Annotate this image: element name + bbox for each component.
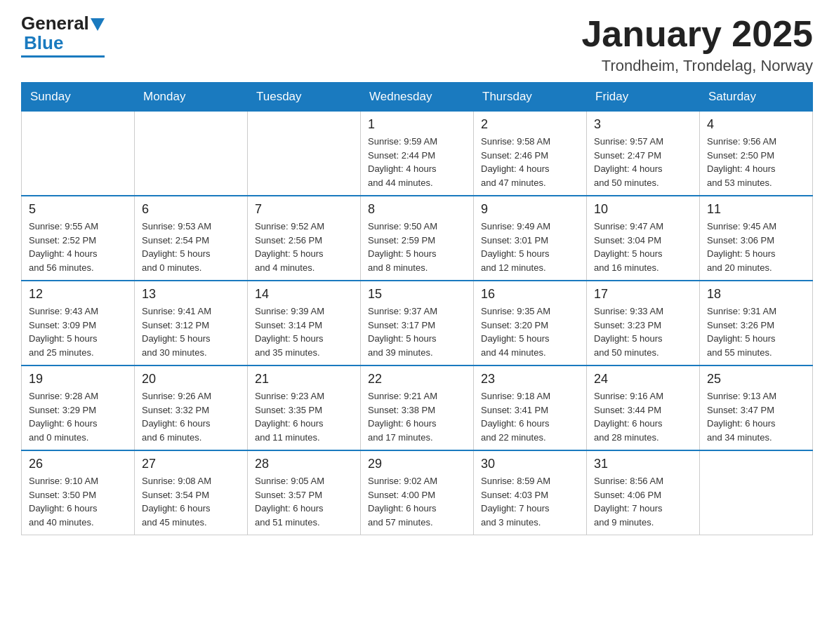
calendar-day-cell: 31Sunrise: 8:56 AMSunset: 4:06 PMDayligh… xyxy=(587,450,700,535)
calendar-day-cell: 25Sunrise: 9:13 AMSunset: 3:47 PMDayligh… xyxy=(700,365,813,450)
weekday-header-row: SundayMondayTuesdayWednesdayThursdayFrid… xyxy=(22,83,813,112)
day-info: Sunrise: 9:50 AMSunset: 2:59 PMDaylight:… xyxy=(368,220,466,274)
day-number: 31 xyxy=(594,457,692,471)
calendar-week-row: 5Sunrise: 9:55 AMSunset: 2:52 PMDaylight… xyxy=(22,196,813,281)
weekday-header-saturday: Saturday xyxy=(700,83,813,112)
calendar-day-cell: 6Sunrise: 9:53 AMSunset: 2:54 PMDaylight… xyxy=(135,196,248,281)
day-number: 19 xyxy=(29,372,127,387)
logo-underline xyxy=(21,55,105,58)
logo: General Blue xyxy=(21,14,105,58)
day-info: Sunrise: 9:56 AMSunset: 2:50 PMDaylight:… xyxy=(707,135,805,189)
calendar-day-cell: 28Sunrise: 9:05 AMSunset: 3:57 PMDayligh… xyxy=(248,450,361,535)
day-info: Sunrise: 9:57 AMSunset: 2:47 PMDaylight:… xyxy=(594,135,692,189)
day-info: Sunrise: 9:53 AMSunset: 2:54 PMDaylight:… xyxy=(142,220,240,274)
day-number: 23 xyxy=(481,372,579,387)
calendar-week-row: 12Sunrise: 9:43 AMSunset: 3:09 PMDayligh… xyxy=(22,281,813,365)
day-number: 28 xyxy=(255,457,353,471)
calendar-day-cell: 15Sunrise: 9:37 AMSunset: 3:17 PMDayligh… xyxy=(361,281,474,365)
calendar-day-cell: 8Sunrise: 9:50 AMSunset: 2:59 PMDaylight… xyxy=(361,196,474,281)
day-number: 14 xyxy=(255,287,353,302)
day-info: Sunrise: 9:05 AMSunset: 3:57 PMDaylight:… xyxy=(255,474,353,529)
calendar-day-cell: 30Sunrise: 8:59 AMSunset: 4:03 PMDayligh… xyxy=(474,450,587,535)
logo-triangle-icon xyxy=(91,18,105,31)
title-area: January 2025 Trondheim, Trondelag, Norwa… xyxy=(581,14,813,75)
day-number: 17 xyxy=(594,287,692,302)
day-info: Sunrise: 9:28 AMSunset: 3:29 PMDaylight:… xyxy=(29,389,127,444)
day-info: Sunrise: 9:59 AMSunset: 2:44 PMDaylight:… xyxy=(368,135,466,189)
day-number: 16 xyxy=(481,287,579,302)
day-number: 8 xyxy=(368,202,466,217)
day-info: Sunrise: 8:56 AMSunset: 4:06 PMDaylight:… xyxy=(594,474,692,529)
day-info: Sunrise: 9:35 AMSunset: 3:20 PMDaylight:… xyxy=(481,304,579,359)
day-info: Sunrise: 9:16 AMSunset: 3:44 PMDaylight:… xyxy=(594,389,692,444)
calendar-day-cell: 11Sunrise: 9:45 AMSunset: 3:06 PMDayligh… xyxy=(700,196,813,281)
logo-general-text: General xyxy=(21,14,89,32)
day-number: 29 xyxy=(368,457,466,471)
calendar-day-cell: 1Sunrise: 9:59 AMSunset: 2:44 PMDaylight… xyxy=(361,112,474,196)
calendar-day-cell: 24Sunrise: 9:16 AMSunset: 3:44 PMDayligh… xyxy=(587,365,700,450)
calendar-day-cell: 16Sunrise: 9:35 AMSunset: 3:20 PMDayligh… xyxy=(474,281,587,365)
day-number: 15 xyxy=(368,287,466,302)
calendar-week-row: 19Sunrise: 9:28 AMSunset: 3:29 PMDayligh… xyxy=(22,365,813,450)
day-number: 1 xyxy=(368,117,466,132)
weekday-header-sunday: Sunday xyxy=(22,83,135,112)
month-title: January 2025 xyxy=(581,14,813,54)
day-info: Sunrise: 9:55 AMSunset: 2:52 PMDaylight:… xyxy=(29,220,127,274)
day-number: 13 xyxy=(142,287,240,302)
calendar-day-cell: 3Sunrise: 9:57 AMSunset: 2:47 PMDaylight… xyxy=(587,112,700,196)
day-number: 11 xyxy=(707,202,805,217)
logo-blue-text: Blue xyxy=(24,32,63,54)
calendar-day-cell: 29Sunrise: 9:02 AMSunset: 4:00 PMDayligh… xyxy=(361,450,474,535)
calendar-day-cell xyxy=(22,112,135,196)
day-number: 4 xyxy=(707,117,805,132)
calendar-day-cell: 14Sunrise: 9:39 AMSunset: 3:14 PMDayligh… xyxy=(248,281,361,365)
calendar-day-cell: 20Sunrise: 9:26 AMSunset: 3:32 PMDayligh… xyxy=(135,365,248,450)
day-number: 26 xyxy=(29,457,127,471)
day-info: Sunrise: 9:26 AMSunset: 3:32 PMDaylight:… xyxy=(142,389,240,444)
day-info: Sunrise: 9:23 AMSunset: 3:35 PMDaylight:… xyxy=(255,389,353,444)
calendar-day-cell: 13Sunrise: 9:41 AMSunset: 3:12 PMDayligh… xyxy=(135,281,248,365)
day-number: 18 xyxy=(707,287,805,302)
calendar-day-cell xyxy=(135,112,248,196)
calendar-day-cell: 17Sunrise: 9:33 AMSunset: 3:23 PMDayligh… xyxy=(587,281,700,365)
day-number: 12 xyxy=(29,287,127,302)
day-number: 5 xyxy=(29,202,127,217)
calendar-day-cell: 9Sunrise: 9:49 AMSunset: 3:01 PMDaylight… xyxy=(474,196,587,281)
day-number: 27 xyxy=(142,457,240,471)
calendar-day-cell: 23Sunrise: 9:18 AMSunset: 3:41 PMDayligh… xyxy=(474,365,587,450)
day-number: 7 xyxy=(255,202,353,217)
calendar-day-cell: 19Sunrise: 9:28 AMSunset: 3:29 PMDayligh… xyxy=(22,365,135,450)
day-number: 10 xyxy=(594,202,692,217)
calendar-day-cell: 21Sunrise: 9:23 AMSunset: 3:35 PMDayligh… xyxy=(248,365,361,450)
day-number: 22 xyxy=(368,372,466,387)
day-info: Sunrise: 9:18 AMSunset: 3:41 PMDaylight:… xyxy=(481,389,579,444)
calendar-day-cell xyxy=(700,450,813,535)
day-number: 20 xyxy=(142,372,240,387)
day-info: Sunrise: 9:47 AMSunset: 3:04 PMDaylight:… xyxy=(594,220,692,274)
day-info: Sunrise: 9:31 AMSunset: 3:26 PMDaylight:… xyxy=(707,304,805,359)
weekday-header-thursday: Thursday xyxy=(474,83,587,112)
day-info: Sunrise: 9:58 AMSunset: 2:46 PMDaylight:… xyxy=(481,135,579,189)
header: General Blue January 2025 Trondheim, Tro… xyxy=(21,14,813,75)
day-number: 3 xyxy=(594,117,692,132)
day-info: Sunrise: 9:02 AMSunset: 4:00 PMDaylight:… xyxy=(368,474,466,529)
day-info: Sunrise: 9:10 AMSunset: 3:50 PMDaylight:… xyxy=(29,474,127,529)
calendar-day-cell: 7Sunrise: 9:52 AMSunset: 2:56 PMDaylight… xyxy=(248,196,361,281)
calendar-day-cell: 5Sunrise: 9:55 AMSunset: 2:52 PMDaylight… xyxy=(22,196,135,281)
calendar-day-cell: 18Sunrise: 9:31 AMSunset: 3:26 PMDayligh… xyxy=(700,281,813,365)
day-number: 30 xyxy=(481,457,579,471)
weekday-header-tuesday: Tuesday xyxy=(248,83,361,112)
calendar-week-row: 26Sunrise: 9:10 AMSunset: 3:50 PMDayligh… xyxy=(22,450,813,535)
day-info: Sunrise: 9:33 AMSunset: 3:23 PMDaylight:… xyxy=(594,304,692,359)
day-info: Sunrise: 9:41 AMSunset: 3:12 PMDaylight:… xyxy=(142,304,240,359)
calendar-day-cell: 10Sunrise: 9:47 AMSunset: 3:04 PMDayligh… xyxy=(587,196,700,281)
calendar-day-cell: 12Sunrise: 9:43 AMSunset: 3:09 PMDayligh… xyxy=(22,281,135,365)
calendar-day-cell: 22Sunrise: 9:21 AMSunset: 3:38 PMDayligh… xyxy=(361,365,474,450)
day-number: 2 xyxy=(481,117,579,132)
day-info: Sunrise: 9:13 AMSunset: 3:47 PMDaylight:… xyxy=(707,389,805,444)
day-number: 25 xyxy=(707,372,805,387)
calendar-week-row: 1Sunrise: 9:59 AMSunset: 2:44 PMDaylight… xyxy=(22,112,813,196)
day-info: Sunrise: 9:08 AMSunset: 3:54 PMDaylight:… xyxy=(142,474,240,529)
day-number: 24 xyxy=(594,372,692,387)
day-info: Sunrise: 9:43 AMSunset: 3:09 PMDaylight:… xyxy=(29,304,127,359)
